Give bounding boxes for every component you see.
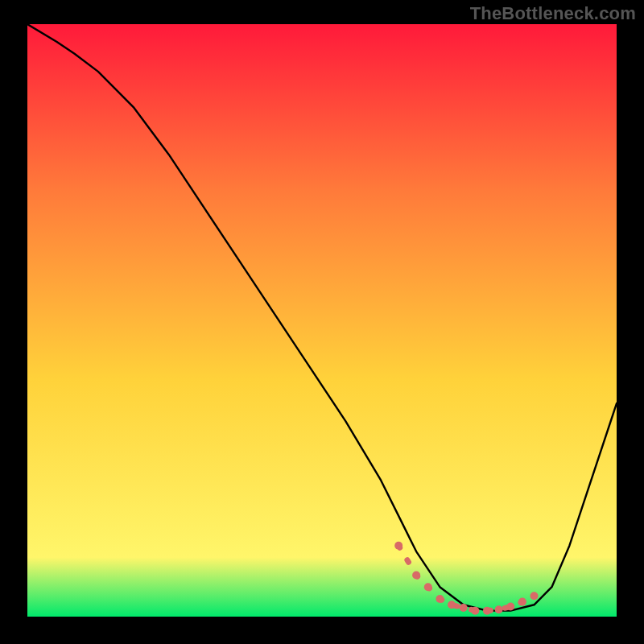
marker-dot bbox=[518, 598, 526, 606]
marker-dot bbox=[436, 595, 444, 603]
marker-dot bbox=[394, 542, 402, 550]
watermark-text: TheBottleneck.com bbox=[470, 3, 636, 24]
marker-dot bbox=[483, 607, 491, 615]
marker-dot bbox=[412, 571, 420, 579]
marker-dot bbox=[506, 602, 514, 610]
marker-dot bbox=[530, 592, 539, 600]
marker-dot bbox=[471, 607, 479, 615]
marker-dot bbox=[460, 604, 468, 612]
chart-container: TheBottleneck.com bbox=[0, 0, 644, 644]
plot-area bbox=[27, 24, 617, 617]
chart-svg bbox=[27, 24, 617, 617]
marker-dot bbox=[424, 583, 432, 591]
marker-dot bbox=[495, 605, 503, 613]
marker-dot bbox=[448, 601, 456, 609]
gradient-background bbox=[27, 24, 617, 617]
